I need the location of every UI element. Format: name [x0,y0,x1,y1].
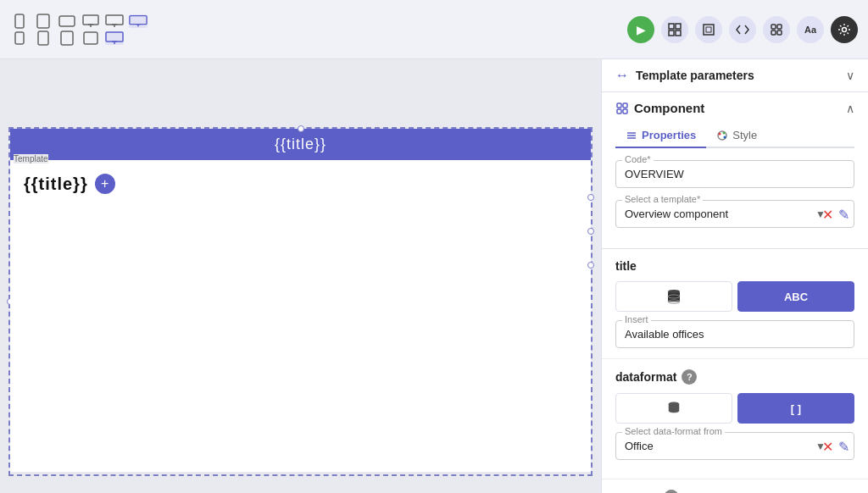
template-title-text: {{title}} [24,174,88,194]
desktop-sm-icon[interactable] [81,14,100,28]
resize-handle-right-1[interactable] [587,194,594,201]
translate-button[interactable]: Aa [797,16,824,43]
properties-icon [626,130,637,141]
mobile-sm-icon[interactable] [10,31,29,45]
svg-rect-20 [676,24,681,29]
svg-rect-33 [623,109,627,114]
param-dataformat-label: dataformat ? [615,369,854,385]
svg-point-39 [723,131,726,134]
dataformat-type-array-btn[interactable]: [ ] [737,393,854,424]
template-clear-button[interactable]: ✕ [821,204,835,224]
template-select-actions: ✕ ✎ [821,204,851,224]
code-field-group: Code* [615,160,854,188]
svg-point-37 [718,131,726,140]
desktop-md-icon[interactable] [105,14,124,28]
main-area: Template {{title}} {{title}} + [0,59,868,493]
database-icon-2 [666,401,682,416]
svg-rect-22 [676,30,681,36]
param-section-title: title ABC Insert [602,249,868,359]
right-panel: ↔ Template parameters ∨ Component ∧ Prop… [601,59,868,493]
svg-rect-23 [704,25,714,35]
svg-rect-27 [771,30,776,35]
template-select-label: Select a template* [622,194,703,204]
dataformat-help-icon[interactable]: ? [682,369,697,385]
grid-button[interactable] [661,16,688,43]
dataformat-select-group: Select data-format from Office ▼ ✕ ✎ [615,432,854,460]
svg-rect-13 [38,31,48,45]
device-icons-group [10,14,147,45]
svg-rect-25 [771,25,776,29]
template-edit-button[interactable]: ✎ [837,204,851,224]
svg-point-38 [719,132,721,135]
param-section-dataformat: dataformat ? [ ] Select data-format from… [602,359,868,479]
resize-handle-top[interactable] [298,125,304,132]
desktop-lg-icon[interactable] [129,14,147,28]
tablet-portrait-icon[interactable] [34,14,53,28]
svg-rect-12 [15,32,24,44]
title-insert-input[interactable] [615,320,854,348]
svg-rect-19 [669,24,674,29]
title-type-toggle: ABC [615,281,854,312]
template-title-row: {{title}} + [24,174,577,194]
mobile-portrait-icon[interactable] [10,14,29,28]
svg-point-43 [668,290,680,293]
svg-rect-16 [106,32,123,42]
param-amount-label: amount ? [615,490,854,493]
panel-header-left: ↔ Template parameters [615,68,754,83]
code-field-label: Code* [622,154,654,164]
svg-point-40 [724,136,726,138]
svg-rect-32 [617,109,621,114]
component-header: Component ∧ [615,101,854,115]
svg-rect-15 [84,32,97,44]
dataformat-edit-button[interactable]: ✎ [837,436,851,456]
add-content-button[interactable]: + [95,174,115,194]
title-insert-group: Insert [615,320,854,348]
center-tools: ▶ Aa [627,16,858,43]
tab-style[interactable]: Style [706,124,767,148]
dataformat-select-label: Select data-format from [622,426,725,436]
svg-point-29 [843,27,847,31]
component-collapse-btn[interactable]: ∧ [846,102,854,115]
svg-rect-31 [623,103,627,108]
panel-title: Template parameters [636,69,754,82]
tab-properties[interactable]: Properties [615,124,706,148]
amount-help-icon[interactable]: ? [664,490,679,493]
frame-button[interactable] [695,16,722,43]
tabs: Properties Style [615,124,854,148]
template-frame: {{title}} {{title}} + [8,127,593,476]
panel-collapse-btn[interactable]: ∨ [846,69,854,82]
svg-rect-0 [15,14,24,28]
tablet-sm-icon[interactable] [58,31,76,45]
title-type-text-btn[interactable]: ABC [737,281,854,312]
tablet-landscape-icon[interactable] [58,14,76,28]
resize-handle-right-3[interactable] [587,262,594,269]
svg-rect-1 [37,14,49,28]
param-title-label: title [615,259,854,273]
device-row-top [10,14,147,28]
title-insert-label: Insert [622,314,651,324]
svg-rect-2 [59,16,75,26]
dataformat-type-icon-btn[interactable] [615,393,732,424]
resize-handle-right-2[interactable] [587,228,594,235]
settings-button[interactable] [831,16,858,43]
template-select-group: Select a template* Overview component ▼ … [615,200,854,228]
database-icon [665,288,682,305]
title-type-icon-btn[interactable] [615,281,732,312]
template-label: Template [14,154,48,163]
component-icon [615,102,629,115]
play-button[interactable]: ▶ [627,16,654,43]
tablet-md-icon[interactable] [81,31,100,45]
top-toolbar: ▶ Aa [0,0,868,59]
svg-rect-26 [777,25,782,29]
style-icon [716,130,728,141]
dataformat-select-actions: ✕ ✎ [821,436,851,456]
param-section-amount: amount ? 123 Insert [602,479,868,493]
component-button[interactable] [763,16,790,43]
template-params-icon: ↔ [615,68,629,83]
dataformat-clear-button[interactable]: ✕ [821,436,835,456]
svg-rect-24 [706,27,711,32]
mobile-md-icon[interactable] [34,31,53,45]
desktop-active-icon[interactable] [105,31,124,45]
code-button[interactable] [729,16,756,43]
svg-rect-14 [61,31,73,45]
